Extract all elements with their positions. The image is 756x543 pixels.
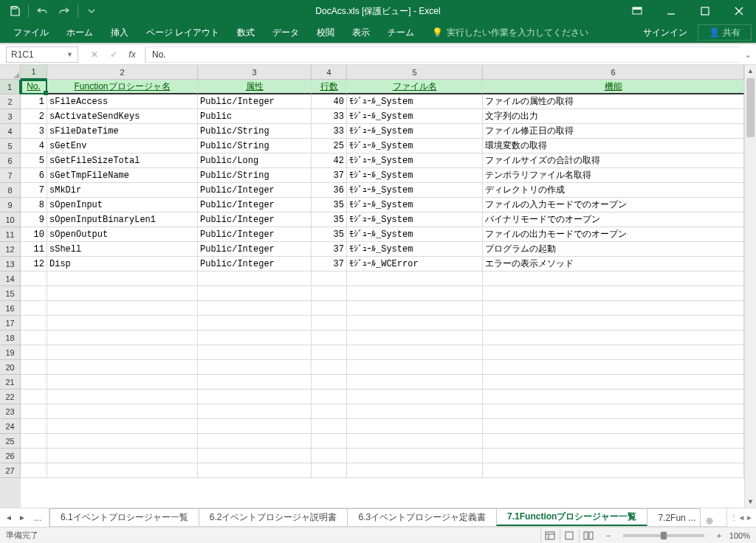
cell[interactable] xyxy=(347,390,483,404)
cell[interactable]: ディレクトリの作成 xyxy=(483,183,744,198)
cell[interactable]: 25 xyxy=(312,139,347,153)
scroll-down-icon[interactable]: ▼ xyxy=(745,496,756,508)
cell[interactable] xyxy=(47,404,198,419)
name-box[interactable]: R1C1▼ xyxy=(6,46,78,63)
cell[interactable] xyxy=(312,345,347,360)
redo-icon[interactable] xyxy=(54,1,75,21)
zoom-in-button[interactable]: + xyxy=(715,531,724,540)
cell[interactable]: ファイル修正日の取得 xyxy=(483,124,744,139)
row-header[interactable]: 23 xyxy=(0,404,21,419)
cell[interactable]: sOpenInput xyxy=(47,198,198,212)
cell[interactable]: Functionプロシージャ名 xyxy=(47,80,198,94)
cell[interactable]: sGetEnv xyxy=(47,139,198,153)
cell[interactable]: 40 xyxy=(312,94,347,109)
cell[interactable] xyxy=(483,449,744,463)
cell[interactable] xyxy=(312,301,347,316)
tab-pagelayout[interactable]: ページ レイアウト xyxy=(137,22,228,43)
row-header[interactable]: 22 xyxy=(0,390,21,404)
tab-home[interactable]: ホーム xyxy=(58,22,102,43)
qat-customize-icon[interactable] xyxy=(81,1,102,21)
cell[interactable]: sMkDir xyxy=(47,183,198,198)
cell[interactable] xyxy=(21,345,47,360)
cell[interactable] xyxy=(483,463,744,478)
cell[interactable] xyxy=(312,404,347,419)
save-icon[interactable] xyxy=(4,1,25,21)
cell[interactable]: 6 xyxy=(21,168,47,183)
cell[interactable] xyxy=(21,404,47,419)
undo-icon[interactable] xyxy=(32,1,52,21)
cell[interactable] xyxy=(47,345,198,360)
cell[interactable]: sActivateSendKeys xyxy=(47,109,198,124)
cell[interactable] xyxy=(21,463,47,478)
sheet-tab[interactable]: 6.3イベントプロシージャ定義書 xyxy=(347,508,497,526)
cell[interactable]: ﾓｼﾞｭｰﾙ_System xyxy=(347,227,483,242)
signin-link[interactable]: サインイン xyxy=(633,22,698,43)
cell[interactable]: ﾓｼﾞｭｰﾙ_System xyxy=(347,153,483,168)
cell[interactable]: sFileDateTime xyxy=(47,124,198,139)
cell[interactable]: ファイルサイズの合計の取得 xyxy=(483,153,744,168)
cell[interactable]: sShell xyxy=(47,242,198,257)
cell[interactable] xyxy=(347,286,483,301)
share-button[interactable]: 👤共有 xyxy=(698,24,752,41)
cell[interactable] xyxy=(312,272,347,286)
cell[interactable] xyxy=(483,404,744,419)
cell[interactable] xyxy=(21,419,47,434)
cell[interactable] xyxy=(312,316,347,331)
add-sheet-button[interactable]: ⊕ xyxy=(700,516,719,526)
row-header[interactable]: 11 xyxy=(0,227,21,242)
column-header[interactable]: 1 xyxy=(21,65,47,80)
cell[interactable] xyxy=(483,345,744,360)
cell[interactable]: 35 xyxy=(312,212,347,227)
row-header[interactable]: 15 xyxy=(0,286,21,301)
column-header[interactable]: 4 xyxy=(312,65,347,80)
cell[interactable] xyxy=(347,272,483,286)
row-header[interactable]: 13 xyxy=(0,257,21,272)
cell[interactable]: Public/Integer xyxy=(198,212,312,227)
expand-formula-icon[interactable]: ⌄ xyxy=(740,49,756,60)
cells-area[interactable]: No.Functionプロシージャ名属性行数ファイル名機能1sFileAcces… xyxy=(21,80,744,508)
cell[interactable] xyxy=(347,404,483,419)
tab-data[interactable]: データ xyxy=(264,22,308,43)
sheet-nav-prev-icon[interactable]: ◄ xyxy=(3,511,15,525)
cell[interactable] xyxy=(483,286,744,301)
cell[interactable]: ファイルの出力モードでのオープン xyxy=(483,227,744,242)
cell[interactable] xyxy=(198,404,312,419)
cell[interactable]: ﾓｼﾞｭｰﾙ_System xyxy=(347,124,483,139)
cell[interactable] xyxy=(347,360,483,375)
cell[interactable] xyxy=(312,390,347,404)
zoom-out-button[interactable]: − xyxy=(604,531,613,540)
tab-formulas[interactable]: 数式 xyxy=(228,22,264,43)
sheet-tab[interactable]: 6.1イベントプロシージャー一覧 xyxy=(49,508,199,526)
cell[interactable] xyxy=(198,375,312,390)
cell[interactable]: Public/Integer xyxy=(198,198,312,212)
sheet-nav-more[interactable]: ... xyxy=(30,513,46,523)
cell[interactable]: 2 xyxy=(21,109,47,124)
row-header[interactable]: 2 xyxy=(0,94,21,109)
horizontal-scrollbar[interactable]: ⋮◄► xyxy=(726,508,756,527)
cell[interactable]: 8 xyxy=(21,198,47,212)
cell[interactable] xyxy=(47,419,198,434)
cell[interactable]: Public/Integer xyxy=(198,94,312,109)
close-icon[interactable] xyxy=(722,0,756,22)
cell[interactable]: 12 xyxy=(21,257,47,272)
cell[interactable] xyxy=(483,419,744,434)
cell[interactable] xyxy=(483,331,744,345)
cell[interactable] xyxy=(312,375,347,390)
cell[interactable] xyxy=(312,449,347,463)
cell[interactable]: ﾓｼﾞｭｰﾙ_System xyxy=(347,139,483,153)
row-header[interactable]: 18 xyxy=(0,331,21,345)
sheet-tab[interactable]: 6.2イベントプロシージャ説明書 xyxy=(199,508,348,526)
ribbon-display-icon[interactable] xyxy=(620,0,654,22)
cell[interactable] xyxy=(347,331,483,345)
cell[interactable]: sOpenInputBinaryLen1 xyxy=(47,212,198,227)
cell[interactable]: 4 xyxy=(21,139,47,153)
column-header[interactable]: 5 xyxy=(347,65,483,80)
cell[interactable]: 35 xyxy=(312,198,347,212)
scroll-thumb[interactable] xyxy=(746,78,755,137)
cell[interactable]: ﾓｼﾞｭｰﾙ_System xyxy=(347,109,483,124)
row-header[interactable]: 3 xyxy=(0,109,21,124)
cell[interactable]: 9 xyxy=(21,212,47,227)
cell[interactable] xyxy=(21,375,47,390)
cell[interactable] xyxy=(198,390,312,404)
tell-me-input[interactable]: 💡実行したい作業を入力してください xyxy=(423,22,597,43)
